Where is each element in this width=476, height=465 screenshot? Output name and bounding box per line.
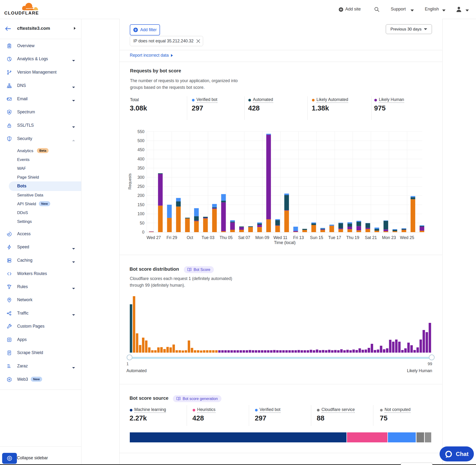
svg-text:Mon 23: Mon 23 [382, 235, 396, 240]
svg-text:200: 200 [138, 193, 144, 198]
svg-text:Wed 11: Wed 11 [273, 235, 287, 240]
svg-text:Tue 03: Tue 03 [202, 235, 214, 240]
svg-text:50: 50 [140, 221, 145, 225]
svg-text:350: 350 [138, 166, 144, 170]
svg-text:Oct: Oct [187, 235, 193, 240]
svg-text:Sun 15: Sun 15 [310, 235, 323, 240]
svg-text:0: 0 [142, 230, 145, 234]
svg-text:Fri 29: Fri 29 [167, 235, 177, 240]
svg-text:Thu 19: Thu 19 [346, 235, 359, 240]
svg-text:Requests: Requests [128, 173, 132, 190]
svg-text:150: 150 [138, 202, 144, 207]
svg-text:Mon 09: Mon 09 [255, 235, 269, 240]
svg-text:400: 400 [138, 157, 144, 161]
svg-text:300: 300 [138, 175, 144, 180]
svg-text:Fri 13: Fri 13 [293, 235, 304, 240]
svg-text:Wed 25: Wed 25 [400, 235, 414, 240]
svg-text:Sat 07: Sat 07 [238, 235, 250, 240]
svg-text:Sat 21: Sat 21 [365, 235, 377, 240]
svg-text:100: 100 [138, 211, 144, 216]
svg-text:500: 500 [138, 138, 144, 143]
svg-text:Wed 27: Wed 27 [147, 235, 161, 240]
svg-text:250: 250 [138, 184, 144, 189]
svg-text:550: 550 [138, 129, 144, 134]
svg-text:Thu 05: Thu 05 [220, 235, 233, 240]
svg-text:Tue 17: Tue 17 [328, 235, 341, 240]
svg-text:Time (local): Time (local) [274, 240, 296, 245]
svg-text:450: 450 [138, 147, 144, 152]
